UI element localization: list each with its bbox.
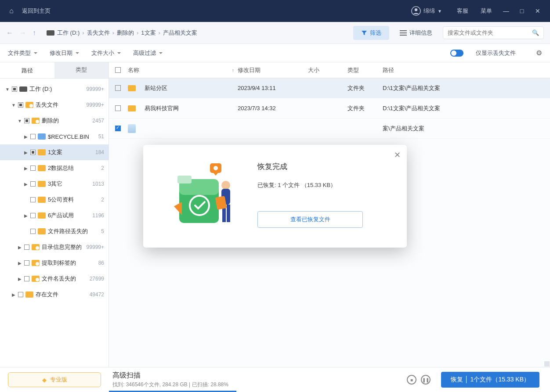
crumb[interactable]: 产品相关文案 [163, 29, 197, 37]
expand-icon[interactable]: ▶ [18, 277, 22, 281]
tree-item[interactable]: ▼删除的2457 [0, 113, 109, 129]
drive-icon [47, 30, 54, 36]
tree-item[interactable]: 文件路径丢失的5 [0, 223, 109, 239]
nav-back-icon[interactable]: ← [6, 29, 13, 37]
tree-checkbox[interactable] [30, 197, 36, 202]
back-home-link[interactable]: 返回到主页 [22, 7, 51, 15]
filter-settings-icon[interactable]: ⚙ [536, 49, 542, 57]
close-button[interactable]: ✕ [530, 7, 546, 14]
tree-checkbox[interactable] [24, 118, 29, 123]
crumb[interactable]: 1文案 [141, 29, 156, 37]
tree-count: 51 [98, 133, 104, 140]
filter-button[interactable]: 筛选 [353, 26, 389, 40]
folder-icon [128, 105, 136, 111]
tab-type[interactable]: 类型 [54, 62, 109, 78]
tree-item[interactable]: 5公司资料2 [0, 192, 109, 208]
recover-button[interactable]: 恢复 │ 1个文件（15.33 KB） [441, 372, 539, 388]
nav-up-icon[interactable]: ↑ [33, 29, 36, 37]
tree-checkbox[interactable] [30, 213, 36, 218]
expand-icon[interactable] [24, 229, 28, 234]
home-icon[interactable]: ⌂ [4, 7, 18, 15]
search-input[interactable] [448, 29, 532, 36]
tree-label: 6产品试用 [48, 212, 90, 219]
col-date[interactable]: 修改日期 [238, 66, 308, 74]
crumb[interactable]: 丢失文件 [87, 29, 110, 37]
expand-icon[interactable]: ▼ [5, 87, 10, 92]
crumb[interactable]: 工作 (D:) [57, 29, 80, 37]
col-path[interactable]: 路径 [383, 66, 544, 74]
select-all-checkbox[interactable] [115, 67, 121, 73]
pause-scan-button[interactable]: ❚❚ [421, 375, 431, 385]
tree-checkbox[interactable] [24, 245, 29, 250]
tree-item[interactable]: ▶提取到标签的86 [0, 255, 109, 271]
table-row[interactable]: 易我科技官网2023/7/3 14:32文件夹D:\1文案\产品相关文案 [109, 98, 550, 119]
tree-item[interactable]: ▶3其它1013 [0, 176, 109, 192]
expand-icon[interactable]: ▶ [24, 134, 28, 139]
row-checkbox[interactable] [115, 105, 121, 111]
table-row[interactable]: 新站分区2023/9/4 13:11文件夹D:\1文案\产品相关文案 [109, 78, 550, 98]
tree: ▼工作 (D:)99999+▼丢失文件99999+▼删除的2457▶$RECYC… [0, 79, 109, 367]
expand-icon[interactable]: ▶ [24, 166, 28, 171]
tree-checkbox[interactable] [30, 134, 36, 139]
tree-item[interactable]: ▶6产品试用1196 [0, 208, 109, 223]
expand-icon[interactable]: ▶ [11, 292, 16, 297]
tree-count: 49472 [90, 291, 104, 298]
pro-button[interactable]: ◆ 专业版 [8, 372, 101, 387]
expand-icon[interactable]: ▼ [18, 119, 22, 123]
col-type[interactable]: 类型 [347, 66, 383, 74]
list-icon [400, 30, 407, 36]
search-box[interactable]: 🔍 [443, 26, 544, 39]
filter-advanced[interactable]: 高级过滤 [133, 49, 163, 57]
tree-checkbox[interactable] [12, 86, 17, 92]
tree-checkbox[interactable] [24, 260, 29, 266]
tree-item[interactable]: ▶2数据总结2 [0, 160, 109, 176]
expand-icon[interactable]: ▶ [24, 150, 28, 155]
detail-button[interactable]: 详细信息 [395, 26, 437, 40]
tree-item[interactable]: ▶$RECYCLE.BIN51 [0, 129, 109, 144]
expand-icon[interactable] [24, 198, 28, 202]
expand-icon[interactable]: ▼ [11, 103, 16, 108]
tree-checkbox[interactable] [30, 181, 36, 187]
tree-item[interactable]: ▶1文案184 [0, 144, 109, 160]
nav-forward-icon[interactable]: → [19, 29, 26, 37]
tree-item[interactable]: ▶文件名丢失的27699 [0, 271, 109, 287]
filter-filetype[interactable]: 文件类型 [8, 49, 37, 57]
tree-checkbox[interactable] [30, 150, 36, 155]
tree-count: 2457 [92, 118, 104, 124]
row-checkbox[interactable] [115, 126, 121, 131]
tree-item[interactable]: ▼工作 (D:)99999+ [0, 81, 109, 97]
tree-item[interactable]: ▶目录信息完整的99999+ [0, 239, 109, 255]
sort-asc-icon[interactable]: ↑ [232, 68, 235, 73]
bottom-bar: ◆ 专业版 高级扫描 找到: 346546个文件, 284.28 GB | 已扫… [0, 367, 550, 392]
titlebar: ⌂ 返回到主页 绵绵 ▼ 客服 菜单 — □ ✕ [0, 0, 550, 22]
expand-icon[interactable]: ▶ [18, 245, 22, 250]
tree-checkbox[interactable] [18, 102, 23, 108]
tree-checkbox[interactable] [30, 229, 36, 234]
tree-item[interactable]: ▼丢失文件99999+ [0, 97, 109, 113]
menu-link[interactable]: 菜单 [481, 7, 492, 15]
filter-date[interactable]: 修改日期 [50, 49, 79, 57]
expand-icon[interactable]: ▶ [24, 182, 28, 187]
expand-icon[interactable]: ▶ [18, 261, 22, 266]
minimize-button[interactable]: — [498, 7, 514, 14]
expand-icon[interactable]: ▶ [24, 213, 28, 218]
search-icon[interactable]: 🔍 [532, 29, 539, 36]
tree-checkbox[interactable] [24, 276, 29, 281]
tree-checkbox[interactable] [18, 292, 23, 297]
user-menu[interactable]: 绵绵 ▼ [411, 6, 442, 16]
filter-size[interactable]: 文件大小 [91, 49, 121, 57]
tree-checkbox[interactable] [30, 165, 36, 171]
col-name[interactable]: 名称 [128, 66, 139, 74]
stop-scan-button[interactable]: ■ [407, 375, 416, 385]
view-recovered-button[interactable]: 查看已恢复文件 [257, 211, 363, 228]
col-size[interactable]: 大小 [308, 66, 347, 74]
crumb[interactable]: 删除的 [117, 29, 134, 37]
support-link[interactable]: 客服 [457, 7, 468, 15]
close-icon[interactable]: ✕ [394, 150, 401, 160]
tab-path[interactable]: 路径 [0, 62, 54, 78]
tree-item[interactable]: ▶存在文件49472 [0, 287, 109, 302]
table-row[interactable]: 案\产品相关文案 [109, 119, 550, 139]
maximize-button[interactable]: □ [514, 7, 530, 14]
lost-only-toggle[interactable] [450, 50, 463, 57]
row-checkbox[interactable] [115, 85, 121, 91]
